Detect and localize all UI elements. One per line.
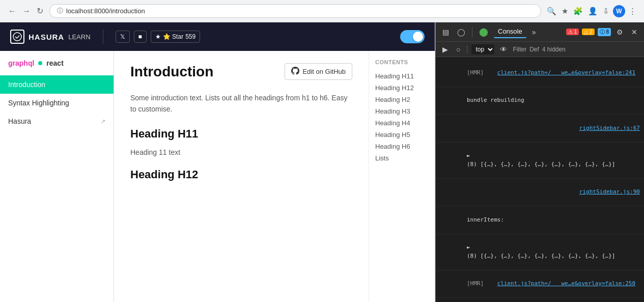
toc-item-h2[interactable]: Heading H2 bbox=[375, 94, 429, 105]
console-text: [HMR] client.js?path=/ we…e&overlay=fals… bbox=[467, 280, 635, 287]
console-line: rightSidebar.js:67 bbox=[436, 115, 644, 143]
console-text: (8) [{…}, {…}, {…}, {…}, {…}, {…}, {…}, … bbox=[467, 161, 615, 168]
sidebar-item-hasura[interactable]: Hasura ↗ bbox=[0, 112, 114, 130]
browser-chrome: ← → ↻ ⓘ localhost:8000/introduction 🔍 ★ … bbox=[0, 0, 644, 22]
browser-tools: 🔍 ★ 🧩 👤 ⇩ W ⋮ bbox=[545, 5, 638, 17]
hidden-label: 4 hidden bbox=[542, 46, 566, 53]
site-content-area: graphql react Introduction Syntax Highli… bbox=[0, 51, 435, 302]
reload-button[interactable]: ↻ bbox=[35, 5, 45, 17]
sidebar-nav: Introduction Syntax Highlighting Hasura … bbox=[0, 71, 114, 134]
console-text: bundle rebuilding bbox=[467, 97, 524, 103]
devtools-panel: ▤ ◯ ⬤ Console » ⚠ 1 △ 2 ⓘ 8 ⚙ ✕ ▶ ○ bbox=[435, 22, 644, 302]
twitter-button[interactable]: 𝕏 bbox=[116, 31, 130, 43]
app-layout: HASURA LEARN 𝕏 ■ ★ ⭐ Star 559 bbox=[0, 22, 644, 302]
warn-badge: △ 2 bbox=[582, 29, 594, 35]
github-label: ⭐ Star bbox=[163, 33, 183, 40]
devtools-console[interactable]: [HMR] client.js?path=/ we…e&overlay=fals… bbox=[436, 57, 644, 302]
toc-item-h11[interactable]: Heading H11 bbox=[375, 70, 429, 82]
toc-item-h4[interactable]: Heading H4 bbox=[375, 117, 429, 129]
hasura-logo-icon bbox=[10, 30, 24, 44]
forward-button[interactable]: → bbox=[20, 5, 33, 17]
site-navbar: HASURA LEARN 𝕏 ■ ★ ⭐ Star 559 bbox=[0, 22, 435, 51]
console-line: [HMR] client.js?path=/ we…e&overlay=fals… bbox=[436, 59, 644, 87]
console-line: bundle rebuilt in 694ms bbox=[436, 298, 644, 302]
console-line: rightSidebar.js:90 bbox=[436, 179, 644, 207]
tag-react: react bbox=[46, 59, 63, 67]
toc-item-h5[interactable]: Heading H5 bbox=[375, 129, 429, 141]
theme-toggle[interactable] bbox=[400, 30, 425, 43]
site-logo: HASURA LEARN bbox=[10, 30, 91, 44]
console-text: rightSidebar.js:67 bbox=[579, 125, 640, 131]
console-line: ► (8) [{…}, {…}, {…}, {…}, {…}, {…}, {…}… bbox=[436, 234, 644, 270]
tab-more-btn[interactable]: » bbox=[529, 26, 539, 38]
edit-github-label: Edit on GitHub bbox=[302, 68, 346, 75]
site-toc: CONTENTS Heading H11 Heading H12 Heading… bbox=[369, 51, 435, 302]
toc-item-h6[interactable]: Heading H6 bbox=[375, 141, 429, 152]
external-link-icon: ↗ bbox=[101, 118, 105, 125]
toolbar-divider bbox=[472, 27, 472, 37]
secondary-divider bbox=[467, 45, 467, 53]
info-icon: ⓘ bbox=[600, 29, 606, 35]
devtools-close-btn[interactable]: ✕ bbox=[629, 26, 640, 38]
nav-divider bbox=[103, 29, 103, 44]
logo-learn: LEARN bbox=[68, 33, 90, 41]
extensions-icon[interactable]: 🧩 bbox=[572, 5, 584, 17]
github-star-button[interactable]: ★ ⭐ Star 559 bbox=[151, 31, 200, 43]
console-run-btn[interactable]: ▶ bbox=[440, 44, 451, 55]
intro-text: Some introduction text. Lists out all th… bbox=[130, 92, 352, 115]
star-count: 559 bbox=[185, 33, 195, 40]
expand-arrow[interactable]: ► bbox=[467, 244, 470, 251]
sidebar-item-syntax-highlighting[interactable]: Syntax Highlighting bbox=[0, 94, 114, 112]
devtools-toolbar: ▤ ◯ ⬤ Console » ⚠ 1 △ 2 ⓘ 8 ⚙ ✕ bbox=[436, 22, 644, 42]
toc-label: CONTENTS bbox=[375, 59, 429, 65]
console-text: rightSidebar.js:90 bbox=[579, 188, 640, 195]
back-button[interactable]: ← bbox=[6, 5, 18, 17]
sidebar-item-introduction[interactable]: Introduction bbox=[0, 75, 114, 94]
console-clear-btn[interactable]: ○ bbox=[454, 44, 463, 55]
menu-icon[interactable]: ⋮ bbox=[627, 5, 638, 17]
github-icon: ★ bbox=[155, 33, 161, 40]
toc-item-lists[interactable]: Lists bbox=[375, 152, 429, 164]
sync-icon[interactable]: ⇩ bbox=[601, 5, 611, 17]
tag-dot bbox=[38, 61, 42, 65]
website-panel: HASURA LEARN 𝕏 ■ ★ ⭐ Star 559 bbox=[0, 22, 435, 302]
tab-console[interactable]: Console bbox=[494, 25, 526, 38]
discord-icon: ■ bbox=[138, 33, 142, 40]
devtools-settings-btn[interactable]: ⚙ bbox=[614, 26, 626, 38]
context-select[interactable]: top bbox=[471, 44, 494, 54]
tag-graphql: graphql bbox=[8, 59, 34, 67]
profile-icon[interactable]: 👤 bbox=[586, 5, 599, 17]
lock-icon: ⓘ bbox=[57, 7, 63, 15]
devtools-secondary-toolbar: ▶ ○ top 👁 Filter Def 4 hidden bbox=[436, 42, 644, 57]
console-text: (8) [{…}, {…}, {…}, {…}, {…}, {…}, {…}, … bbox=[467, 253, 615, 259]
console-line: innerItems: bbox=[436, 206, 644, 234]
nav-buttons: ← → ↻ bbox=[6, 5, 45, 17]
filter-label: Filter bbox=[513, 46, 526, 53]
devtools-inspect-btn[interactable]: ▤ bbox=[440, 26, 452, 38]
green-dot[interactable]: ⬤ bbox=[477, 25, 491, 38]
page-title-row: Introduction Edit on GitHub bbox=[130, 63, 352, 80]
account-avatar[interactable]: W bbox=[613, 5, 625, 17]
edit-github-button[interactable]: Edit on GitHub bbox=[285, 63, 352, 80]
bookmark-icon[interactable]: ★ bbox=[560, 5, 570, 17]
console-text: innerItems: bbox=[467, 216, 504, 223]
svg-point-0 bbox=[13, 33, 21, 41]
discord-button[interactable]: ■ bbox=[134, 31, 147, 43]
console-line: ► (8) [{…}, {…}, {…}, {…}, {…}, {…}, {…}… bbox=[436, 143, 644, 179]
eye-icon[interactable]: 👁 bbox=[497, 44, 510, 55]
address-bar[interactable]: ⓘ localhost:8000/introduction bbox=[49, 4, 541, 18]
error-icon: ⚠ bbox=[568, 29, 574, 35]
site-main: Introduction Edit on GitHub Some introdu… bbox=[114, 51, 369, 302]
devtools-device-btn[interactable]: ◯ bbox=[455, 26, 468, 38]
search-icon[interactable]: 🔍 bbox=[545, 5, 558, 17]
github-icon bbox=[291, 67, 299, 76]
nav-social-btns: 𝕏 ■ ★ ⭐ Star 559 bbox=[116, 31, 201, 43]
heading-h11: Heading H11 bbox=[130, 127, 352, 141]
toc-item-h3[interactable]: Heading H3 bbox=[375, 105, 429, 117]
toc-item-h12[interactable]: Heading H12 bbox=[375, 82, 429, 94]
console-line: [HMR] client.js?path=/ we…e&overlay=fals… bbox=[436, 270, 644, 298]
page-title: Introduction bbox=[130, 64, 213, 80]
expand-arrow[interactable]: ► bbox=[467, 152, 470, 159]
error-badge: ⚠ 1 bbox=[566, 29, 579, 35]
logo-text: HASURA bbox=[29, 33, 64, 41]
